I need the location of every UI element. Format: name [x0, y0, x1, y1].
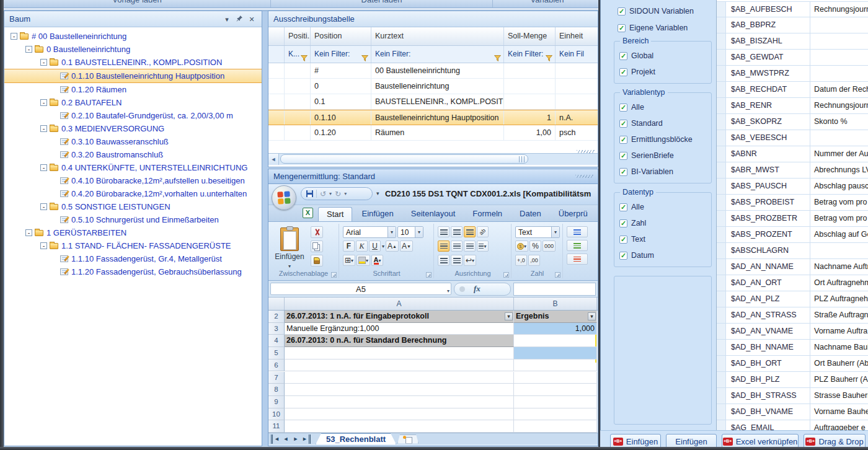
cell-A2[interactable]: 26.07.2013: 1 n.A. für Eingabeprotokoll▾ [285, 311, 514, 323]
tree-item-0-4-unterk-nfte-unterstelleinr[interactable]: -0.4 UNTERKÜNFTE, UNTERSTELLEINRICHTUNG [4, 161, 262, 174]
row-header-3[interactable]: 3 [268, 323, 285, 335]
orientation-button[interactable]: ab [477, 226, 489, 237]
checkbox-text[interactable]: ✓ Text [619, 235, 709, 244]
tree-item-0-4-10-b-robaracke-12m-aufstel[interactable]: 0.4.10 Bürobaracke,12m²,aufstellen u.bes… [4, 174, 262, 187]
insert-worksheet-tab[interactable] [397, 435, 418, 444]
filter-funnel-icon[interactable] [494, 51, 501, 63]
tree-item-1-1-10-fassadenger-st-gr-4-met[interactable]: 1.1.10 Fassadengerüst, Gr.4, Metallgerüs… [4, 252, 262, 265]
copy-button[interactable] [311, 240, 323, 252]
align-right-button[interactable] [464, 240, 476, 252]
cut-button[interactable] [311, 226, 323, 238]
accounting-format-button[interactable]: $▾ [515, 240, 528, 252]
tree-item-0-5-10-schnurger-st-und-einme-[interactable]: 0.5.10 Schnurgerüst und Einmeßarbeiten [4, 213, 262, 226]
checkbox-datum[interactable]: ✓ Datum [619, 251, 709, 260]
underline-dropdown-icon[interactable]: ▾ [382, 244, 384, 249]
number-dialog-launcher[interactable] [555, 272, 560, 278]
cell-dropdown-icon[interactable]: ▾ [505, 312, 513, 320]
first-sheet-icon[interactable]: ◄ [271, 435, 281, 444]
cell-B4[interactable] [514, 335, 597, 347]
decrease-decimal-button[interactable]: ,00 [528, 255, 540, 266]
toolbar-button-vorlage-laden[interactable]: Vorlage laden [4, 0, 271, 7]
variable-row-selector[interactable] [717, 211, 726, 226]
tree-expand-icon[interactable]: - [40, 203, 47, 210]
tree-item-0-2-bautafeln[interactable]: -0.2 BAUTAFELN [4, 96, 262, 109]
checkbox-alle[interactable]: ✓ Alle [619, 203, 709, 211]
variable-row[interactable]: $ABS_PAUSCH Abschlag pausch [717, 179, 868, 195]
variable-row-selector[interactable] [717, 259, 726, 275]
redo-dropdown-icon[interactable]: ▾ [344, 191, 347, 196]
row-header-11[interactable]: 11 [268, 420, 285, 433]
variable-row-selector[interactable] [717, 98, 726, 113]
fill-color-button[interactable]: ▾ [356, 255, 370, 266]
percent-style-button[interactable]: % [529, 240, 541, 252]
tree-item-0-1-20-r-umen[interactable]: 0.1.20 Räumen [4, 83, 262, 96]
conditional-formatting-button[interactable] [567, 226, 588, 237]
format-as-table-button[interactable] [567, 240, 588, 251]
filter-funnel-icon[interactable] [301, 51, 308, 63]
pin-icon[interactable] [234, 14, 244, 24]
comma-style-button[interactable]: 000 [542, 240, 556, 252]
tree-expand-icon[interactable]: - [40, 242, 47, 249]
filter-cell[interactable]: Kein Filter: [311, 46, 371, 63]
tree-item-1-ger-starbeiten[interactable]: -1 GERÜSTARBEITEN [4, 226, 262, 239]
scrollbar-grip[interactable] [519, 156, 526, 162]
formula-input[interactable] [513, 283, 596, 296]
sheet-tab[interactable]: 53_Rechenblatt [316, 433, 396, 444]
checkbox-eigene-variablen[interactable]: ✓ Eigene Variablen [618, 24, 713, 32]
paste-dropdown-icon[interactable]: ▾ [288, 263, 291, 269]
table-row[interactable]: 0.1.20 Räumen 1,00 psch [268, 125, 598, 141]
underline-button[interactable]: U [369, 240, 381, 252]
increase-decimal-button[interactable]: +,0 [515, 255, 527, 266]
resize-grip[interactable] [577, 150, 595, 153]
variable-row-selector[interactable] [717, 324, 726, 339]
ribbon-tab-daten[interactable]: Daten [512, 207, 549, 221]
font-name-combo[interactable]: Arial▾ [343, 226, 396, 238]
checkbox-zahl[interactable]: ✓ Zahl [619, 219, 709, 227]
shrink-font-button[interactable]: A▼ [400, 240, 413, 252]
increase-indent-button[interactable] [451, 255, 463, 266]
tree-item-0-2-10-bautafel-grundger-st-ca[interactable]: 0.2.10 Bautafel-Grundgerüst, ca. 2,00/3,… [4, 109, 262, 122]
variable-row[interactable]: $AD_AN_VNAME Vorname Auftra [717, 324, 868, 340]
variable-row-selector[interactable] [717, 275, 726, 291]
variable-row-selector[interactable] [717, 179, 726, 194]
align-top-button[interactable] [438, 226, 450, 237]
last-sheet-icon[interactable]: ► [301, 435, 311, 444]
variable-row-selector[interactable] [717, 130, 726, 146]
tree-item-0-3-medienversorgung[interactable]: -0.3 MEDIENVERSORGUNG [4, 122, 262, 135]
cell-A10[interactable] [285, 408, 514, 421]
table-row[interactable]: 0.1 BAUSTELLENEINR., KOMPL.POSITION [268, 94, 598, 110]
number-format-combo[interactable]: Text▾ [515, 226, 560, 238]
variable-row[interactable]: $ABS_PROBEIST Betrag vom pro [717, 195, 868, 211]
tree-item-0-baustelleneinrichtung[interactable]: -0 Baustelleneinrichtung [4, 43, 262, 56]
clipboard-dialog-launcher[interactable] [331, 272, 337, 278]
variable-row[interactable]: $AB_SKOPRZ Skonto % [717, 114, 868, 130]
resize-grip[interactable] [575, 175, 594, 178]
cell-B2[interactable]: Ergebnis▾ [514, 311, 597, 323]
italic-button[interactable]: K [356, 240, 368, 252]
cell-A3[interactable]: Manuelle Ergänzung:1,000 [285, 323, 514, 335]
format-painter-button[interactable] [311, 255, 323, 267]
variable-row-selector[interactable] [717, 243, 726, 258]
tree-expand-icon[interactable]: - [25, 46, 32, 53]
align-bottom-button[interactable] [464, 226, 476, 237]
variable-row-selector[interactable] [717, 388, 726, 404]
office-button[interactable] [272, 185, 296, 210]
tree-expand-icon[interactable]: - [40, 99, 47, 106]
checkbox-alle[interactable]: ✓ Alle [619, 103, 709, 112]
row-header-4[interactable]: 4 [268, 335, 285, 347]
scroll-left-icon[interactable]: ◄ [268, 154, 279, 165]
variable-row[interactable]: $AD_BH_VNAME Vorname Bauhe [717, 404, 868, 420]
filter-funnel-icon[interactable] [546, 51, 552, 63]
tree-item-0-1-10-baustelleneinrichtung-h[interactable]: 0.1.10 Baustelleneinrichtung Hauptpositi… [4, 69, 262, 83]
name-box-dropdown-icon[interactable]: ▾ [447, 285, 450, 297]
ribbon-tab-seitenlayout[interactable]: Seitenlayout [403, 207, 464, 221]
variable-row[interactable]: $AD_BH_PLZ PLZ Bauherr (Ab [717, 372, 868, 388]
row-header-9[interactable]: 9 [268, 396, 285, 408]
insert-function-button[interactable]: fx [454, 283, 511, 296]
variable-row-selector[interactable] [717, 162, 726, 178]
row-header-6[interactable]: 6 [268, 360, 285, 372]
cell-B10[interactable] [514, 408, 597, 421]
grow-font-button[interactable]: A▲ [386, 240, 399, 252]
column-header-a[interactable]: A [285, 298, 514, 310]
variable-row-selector[interactable] [717, 2, 726, 17]
